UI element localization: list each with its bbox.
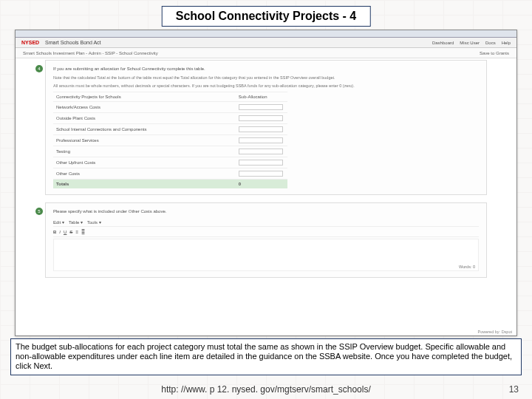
footer-url: http: //www. p 12. nysed. gov/mgtserv/sm… xyxy=(161,384,370,395)
row-label: Testing xyxy=(53,146,236,157)
row-label: Outside Plant Costs xyxy=(53,113,236,124)
table-header-left: Connectivity Projects for Schools xyxy=(53,92,236,102)
table-row: School Internal Connections and Componen… xyxy=(53,124,287,135)
table-row: Outside Plant Costs xyxy=(53,113,287,124)
italic-button[interactable]: I xyxy=(59,230,61,235)
nav-help[interactable]: Help xyxy=(502,41,511,45)
totals-label: Totals xyxy=(53,180,236,189)
editor-textarea[interactable]: Words: 0 xyxy=(53,239,479,271)
panel4-note1: Note that the calculated Total at the bo… xyxy=(53,75,479,81)
row-label: School Internal Connections and Componen… xyxy=(53,124,236,135)
row-label: Other Costs xyxy=(53,168,236,180)
alloc-input-1[interactable] xyxy=(239,115,283,121)
alloc-input-6[interactable] xyxy=(239,171,283,177)
panel-step-4: 4 If you are submitting an allocation fo… xyxy=(45,60,487,195)
nav-dashboard[interactable]: Dashboard xyxy=(432,41,454,45)
step-badge-5: 5 xyxy=(35,208,43,215)
row-label: Professional Services xyxy=(53,135,236,146)
row-label: Other Upfront Costs xyxy=(53,157,236,168)
justify-button[interactable]: ≡ xyxy=(75,230,78,235)
step-badge-4: 4 xyxy=(35,65,43,72)
totals-value: 0 xyxy=(236,180,287,189)
nav-docs[interactable]: Docs xyxy=(485,41,496,45)
editor-menu-edit[interactable]: Edit ▾ xyxy=(53,219,64,225)
editor-menu-table[interactable]: Table ▾ xyxy=(69,219,83,225)
editor-menu-tools[interactable]: Tools ▾ xyxy=(87,219,101,225)
strike-button[interactable]: S xyxy=(69,230,72,235)
alloc-input-3[interactable] xyxy=(239,137,283,143)
app-toolbar: NYSED Smart Schools Bond Act Dashboard M… xyxy=(16,38,516,48)
allocation-table: Connectivity Projects for SchoolsSub-All… xyxy=(53,92,287,188)
alloc-input-4[interactable] xyxy=(239,149,283,154)
powered-by: Powered by: Dspot xyxy=(478,330,512,334)
underline-button[interactable]: U xyxy=(64,230,66,235)
table-row: Professional Services xyxy=(53,135,287,146)
alloc-input-5[interactable] xyxy=(239,160,283,166)
nav-user[interactable]: Misc User xyxy=(460,41,480,45)
bold-button[interactable]: B xyxy=(53,230,56,235)
breadcrumb: Smart Schools Investment Plan - Admin - … xyxy=(23,51,158,55)
totals-row: Totals0 xyxy=(53,180,287,189)
logo: NYSED xyxy=(21,40,39,45)
word-count: Words: 0 xyxy=(459,265,475,269)
table-row: Testing xyxy=(53,146,287,157)
list-button[interactable]: ≣ xyxy=(81,230,85,235)
alloc-input-2[interactable] xyxy=(239,126,283,132)
panel4-note2: All amounts must be whole numbers, witho… xyxy=(53,83,479,89)
app-title: Smart Schools Bond Act xyxy=(45,40,100,45)
save-grants-button[interactable]: Save to Grants xyxy=(480,51,509,55)
table-row: Network/Access Costs xyxy=(53,102,287,113)
row-label: Network/Access Costs xyxy=(53,102,236,113)
panel-step-5: 5 Please specify what is included under … xyxy=(45,202,487,278)
table-header-right: Sub-Allocation xyxy=(236,92,287,102)
breadcrumb-row: Smart Schools Investment Plan - Admin - … xyxy=(16,48,516,58)
panel5-instruction: Please specify what is included under Ot… xyxy=(53,209,479,215)
caption: The budget sub-allocations for each proj… xyxy=(10,338,522,375)
table-row: Other Costs xyxy=(53,168,287,180)
alloc-input-0[interactable] xyxy=(239,104,283,110)
app-screenshot: NYSED Smart Schools Bond Act Dashboard M… xyxy=(15,30,517,336)
page-number: 13 xyxy=(509,384,519,395)
table-row: Other Upfront Costs xyxy=(53,157,287,168)
browser-tabstrip xyxy=(16,30,516,38)
slide-title: School Connectivity Projects - 4 xyxy=(162,6,371,27)
panel4-instruction: If you are submitting an allocation for … xyxy=(53,66,479,72)
